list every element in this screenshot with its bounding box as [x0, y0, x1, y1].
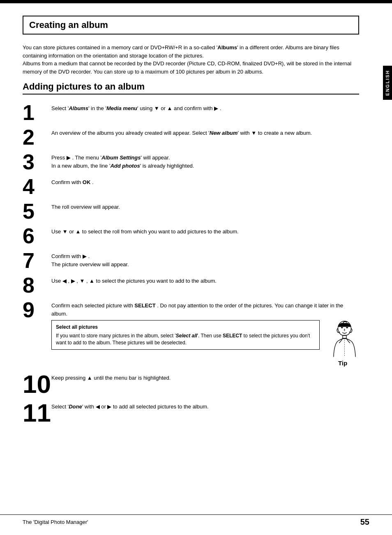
step-number-6: 6	[23, 225, 51, 247]
step-row-6: 6 Use ▼ or ▲ to select the roll from whi…	[23, 225, 359, 247]
footer-left: The 'Digital Photo Manager'	[23, 519, 88, 525]
step-content-6: Use ▼ or ▲ to select the roll from which…	[51, 225, 359, 236]
step-content-10: Keep pressing ▲ until the menu bar is hi…	[51, 371, 359, 382]
creating-album-para1: You can store pictures contained in a me…	[23, 44, 359, 76]
svg-point-2	[346, 327, 348, 329]
step-number-2: 2	[23, 127, 51, 148]
step-content-8: Use ◀ , ▶ , ▼ , ▲ to select the pictures…	[51, 274, 359, 285]
step-number-9: 9	[23, 299, 51, 321]
step-row-7: 7 Confirm with ▶ . The picture overview …	[23, 250, 359, 271]
adding-pictures-title: Adding pictures to an album	[23, 81, 359, 95]
step-content-2: An overview of the albums you already cr…	[51, 127, 359, 137]
svg-point-1	[341, 327, 343, 329]
page-number: 55	[360, 517, 369, 527]
step-content-5: The roll overview will appear.	[51, 201, 359, 211]
step-number-4: 4	[23, 176, 51, 197]
tip-box: Select all pictures If you want to store…	[51, 320, 320, 350]
step-number-10: 10	[23, 371, 51, 397]
step-row-2: 2 An overview of the albums you already …	[23, 127, 359, 148]
creating-album-title: Creating an album	[29, 20, 108, 30]
step-row-10: 10 Keep pressing ▲ until the menu bar is…	[23, 371, 359, 397]
step-row-3: 3 Press ▶ . The menu 'Album Settings' wi…	[23, 151, 359, 173]
step-row-11: 11 Select 'Done' with ◀ or ▶ to add all …	[23, 400, 359, 426]
step-content-4: Confirm with OK .	[51, 176, 359, 187]
tip-text: If you want to store many pictures in th…	[56, 332, 315, 346]
tip-label: Tip	[338, 359, 347, 368]
tip-wrapper: Select all pictures If you want to store…	[51, 320, 359, 368]
step-number-5: 5	[23, 201, 51, 222]
step-number-11: 11	[23, 400, 51, 426]
step-row-9: 9 Confirm each selected picture with SEL…	[23, 299, 359, 368]
step-number-3: 3	[23, 151, 51, 173]
step-number-7: 7	[23, 250, 51, 271]
side-tab: ENGLISH	[383, 66, 392, 100]
step-row-4: 4 Confirm with OK .	[23, 176, 359, 197]
step-content-9: Confirm each selected picture with SELEC…	[51, 299, 359, 368]
steps-container: 1 Select 'Albums' in the 'Media menu' us…	[23, 102, 359, 429]
step-row-5: 5 The roll overview will appear.	[23, 201, 359, 222]
step-content-7: Confirm with ▶ . The picture overview wi…	[51, 250, 359, 268]
tip-figure: Tip	[326, 320, 359, 368]
page-footer: The 'Digital Photo Manager' 55	[0, 514, 392, 527]
step-number-8: 8	[23, 274, 51, 296]
top-bar	[0, 0, 392, 3]
side-tab-label: ENGLISH	[385, 70, 390, 96]
main-content: Creating an album You can store pictures…	[0, 3, 392, 441]
step-content-11: Select 'Done' with ◀ or ▶ to add all sel…	[51, 400, 359, 411]
tip-title: Select all pictures	[56, 324, 315, 331]
step-row-8: 8 Use ◀ , ▶ , ▼ , ▲ to select the pictur…	[23, 274, 359, 296]
step-content-3: Press ▶ . The menu 'Album Settings' will…	[51, 151, 359, 170]
creating-album-section: Creating an album	[23, 16, 359, 35]
person-illustration	[326, 320, 359, 357]
step-content-1: Select 'Albums' in the 'Media menu' usin…	[51, 102, 359, 113]
step-number-1: 1	[23, 102, 51, 123]
step-row-1: 1 Select 'Albums' in the 'Media menu' us…	[23, 102, 359, 123]
